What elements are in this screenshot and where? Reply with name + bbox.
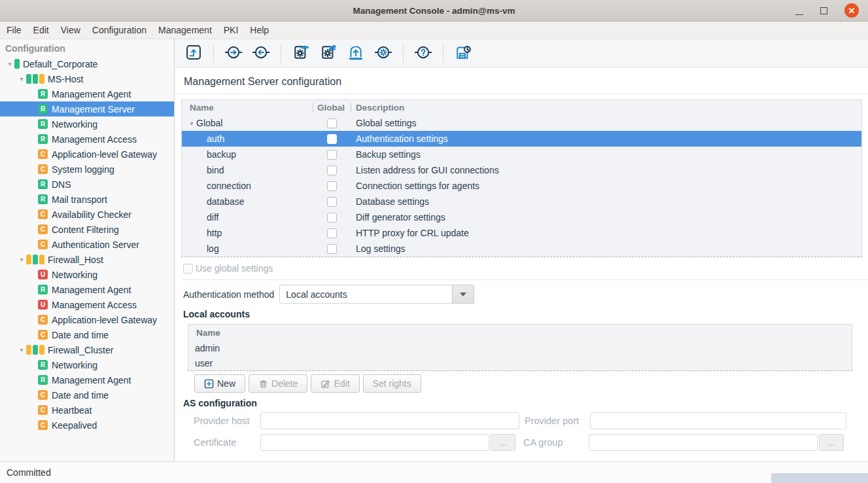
sidebar-item-management-agent[interactable]: RManagement Agent xyxy=(0,282,174,297)
sidebar-item-networking[interactable]: RNetworking xyxy=(0,357,174,372)
column-header-name[interactable]: Name xyxy=(182,100,313,115)
sidebar-item-management-access[interactable]: RManagement Access xyxy=(0,132,174,147)
expander-icon[interactable]: ▾ xyxy=(17,75,26,82)
provider-port-input[interactable] xyxy=(590,412,846,429)
menu-configuration[interactable]: Configuration xyxy=(86,22,152,39)
global-checkbox[interactable] xyxy=(327,228,337,238)
sidebar-item-default-corporate[interactable]: ▾Default_Corporate xyxy=(0,56,174,71)
ca-group-browse-button[interactable]: ... xyxy=(819,434,844,451)
edit-button[interactable]: Edit xyxy=(311,374,359,393)
sidebar-item-authentication-server[interactable]: CAuthentication Server xyxy=(0,237,174,252)
preview-config-button[interactable] xyxy=(290,43,312,65)
toolbar-separator xyxy=(443,45,443,63)
sidebar-item-management-server[interactable]: RManagement Server xyxy=(0,101,174,116)
table-row[interactable]: logLog settings xyxy=(182,241,861,257)
trash-icon xyxy=(258,379,268,389)
global-checkbox[interactable] xyxy=(327,213,337,223)
global-checkbox[interactable] xyxy=(327,118,337,128)
set-rights-button[interactable]: Set rights xyxy=(363,374,421,393)
menu-edit[interactable]: Edit xyxy=(27,22,55,39)
back-button[interactable] xyxy=(250,43,272,65)
delete-button[interactable]: Delete xyxy=(249,374,307,393)
maximize-icon[interactable] xyxy=(820,7,827,14)
use-global-checkbox[interactable] xyxy=(183,264,193,274)
sidebar-item-management-agent[interactable]: RManagement Agent xyxy=(0,86,174,101)
sidebar-item-management-access[interactable]: UManagement Access xyxy=(0,297,174,312)
commit-button[interactable] xyxy=(345,43,367,65)
table-row[interactable]: connectionConnection settings for agents xyxy=(182,178,861,194)
global-checkbox[interactable] xyxy=(327,197,337,207)
sidebar-item-date-and-time[interactable]: CDate and time xyxy=(0,387,174,402)
menu-pki[interactable]: PKI xyxy=(218,22,245,39)
sidebar-item-availability-checker[interactable]: CAvailability Checker xyxy=(0,207,174,222)
column-header-global[interactable]: Global xyxy=(313,100,351,115)
table-row[interactable]: backupBackup settings xyxy=(182,147,861,162)
local-accounts-table: Name adminuser xyxy=(188,324,852,371)
table-row[interactable]: diffDiff generator settings xyxy=(182,209,861,225)
expander-icon[interactable]: ▾ xyxy=(5,60,14,67)
sidebar-item-networking[interactable]: UNetworking xyxy=(0,267,174,282)
sidebar-item-label: Management Agent xyxy=(52,285,131,295)
menu-management[interactable]: Management xyxy=(152,22,218,39)
forward-button[interactable] xyxy=(222,43,245,65)
global-checkbox[interactable] xyxy=(327,134,337,144)
account-row[interactable]: admin xyxy=(188,340,852,355)
sidebar-item-application-level-gateway[interactable]: CApplication-level Gateway xyxy=(0,312,174,327)
sidebar-item-networking[interactable]: RNetworking xyxy=(0,116,174,132)
help-button[interactable] xyxy=(412,43,434,65)
sidebar-item-management-agent[interactable]: RManagement Agent xyxy=(0,372,174,387)
settings-button[interactable] xyxy=(372,43,394,65)
setting-name: backup xyxy=(207,149,236,160)
sidebar-item-content-filtering[interactable]: CContent Filtering xyxy=(0,222,174,237)
sidebar-item-label: MS-Host xyxy=(48,74,83,84)
sidebar-item-keepalived[interactable]: CKeepalived xyxy=(0,418,174,433)
provider-host-input[interactable] xyxy=(260,412,519,429)
export-button[interactable] xyxy=(182,43,205,65)
menu-view[interactable]: View xyxy=(55,22,86,39)
table-row[interactable]: databaseDatabase settings xyxy=(182,194,861,209)
global-checkbox[interactable] xyxy=(327,166,337,175)
column-header-description[interactable]: Description xyxy=(351,100,861,115)
dropdown-button[interactable] xyxy=(452,285,474,304)
sidebar-item-mail-transport[interactable]: RMail transport xyxy=(0,192,174,207)
certificate-browse-button[interactable]: ... xyxy=(491,434,515,451)
sidebar-item-heartbeat[interactable]: CHeartbeat xyxy=(0,402,174,418)
status-badge: C xyxy=(38,330,48,340)
minimize-icon[interactable] xyxy=(795,6,803,15)
accounts-buttons: NewDeleteEditSet rights xyxy=(194,374,868,393)
table-row[interactable]: bindListen address for GUI connections xyxy=(182,162,861,178)
close-icon[interactable]: ✕ xyxy=(844,3,859,18)
setting-name: connection xyxy=(207,181,251,191)
certificate-input[interactable] xyxy=(260,434,489,451)
transfer-config-button[interactable] xyxy=(317,43,339,65)
global-checkbox[interactable] xyxy=(327,244,337,254)
main-panel: Management Server configuration Name Glo… xyxy=(175,39,868,461)
sidebar-item-date-and-time[interactable]: CDate and time xyxy=(0,327,174,342)
sidebar-item-dns[interactable]: RDNS xyxy=(0,177,174,192)
menu-file[interactable]: File xyxy=(1,22,27,39)
expander-icon[interactable]: ▾ xyxy=(17,256,26,263)
accounts-column-header[interactable]: Name xyxy=(188,325,852,340)
ca-group-input[interactable] xyxy=(589,434,818,451)
account-row[interactable]: user xyxy=(188,355,852,370)
new-button[interactable]: New xyxy=(194,374,245,393)
table-row[interactable]: authAuthentication settings xyxy=(182,131,861,147)
global-checkbox[interactable] xyxy=(327,150,337,160)
menu-help[interactable]: Help xyxy=(244,22,275,39)
transfer-config-icon xyxy=(319,43,338,63)
expander-icon[interactable]: ▾ xyxy=(187,120,196,127)
table-row[interactable]: httpHTTP proxy for CRL update xyxy=(182,225,861,241)
sidebar-item-application-level-gateway[interactable]: CApplication-level Gateway xyxy=(0,147,174,162)
window-controls: ✕ xyxy=(795,0,859,21)
auth-method-select[interactable]: Local accounts xyxy=(279,285,474,304)
status-badge: C xyxy=(38,420,48,430)
global-checkbox[interactable] xyxy=(327,181,337,191)
sidebar-item-system-logging[interactable]: CSystem logging xyxy=(0,162,174,177)
table-row[interactable]: ▾GlobalGlobal settings xyxy=(182,115,861,131)
sidebar-item-firewall-cluster[interactable]: ▾Firewall_Cluster xyxy=(0,342,174,357)
save-history-button[interactable] xyxy=(452,43,474,65)
sidebar-item-ms-host[interactable]: ▾MS-Host xyxy=(0,71,174,86)
sidebar-item-label: Heartbeat xyxy=(52,405,92,416)
sidebar-item-firewall-host[interactable]: ▾Firewall_Host xyxy=(0,252,174,267)
expander-icon[interactable]: ▾ xyxy=(17,346,26,353)
